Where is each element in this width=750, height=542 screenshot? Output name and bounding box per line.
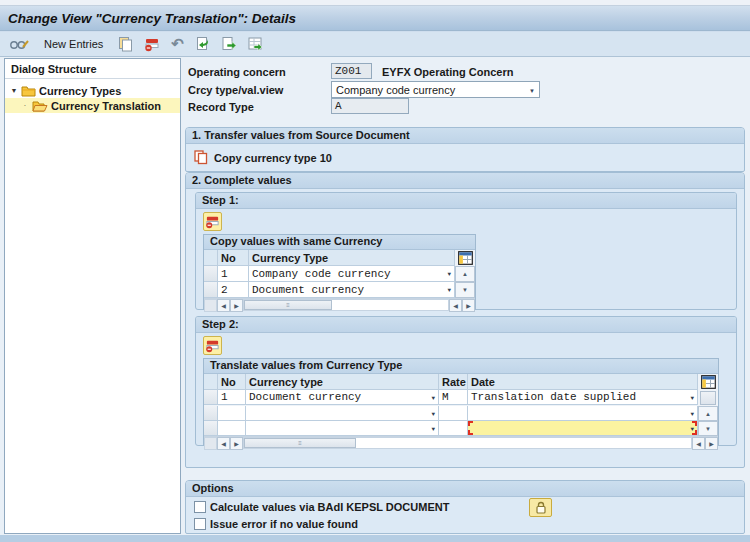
- vscroll-area[interactable]: [698, 390, 718, 406]
- scroll-right-button[interactable]: ▶: [462, 299, 475, 312]
- no-cell[interactable]: 2: [218, 282, 249, 298]
- scroll-thumb[interactable]: ≡: [244, 300, 332, 310]
- chevron-down-icon[interactable]: ▼: [431, 395, 435, 402]
- crcy-type-value: Company code currency: [336, 84, 455, 96]
- currency-type-cell[interactable]: Company code currency ▼: [249, 266, 455, 282]
- table-row: ▼ ▼ ▲: [204, 406, 718, 421]
- row-selector[interactable]: [204, 406, 218, 421]
- other-entry-button[interactable]: [244, 34, 267, 54]
- vscroll-thumb[interactable]: [700, 391, 716, 405]
- cell-value: Document currency: [252, 284, 364, 296]
- chevron-down-icon[interactable]: ▼: [529, 88, 535, 94]
- date-cell-focused[interactable]: ▼: [468, 421, 698, 436]
- chevron-down-icon[interactable]: ▼: [431, 411, 435, 418]
- sidebar-item-currency-translation[interactable]: · Currency Translation: [5, 98, 180, 113]
- rate-cell[interactable]: [439, 406, 468, 421]
- row-selector[interactable]: [204, 282, 218, 298]
- crcy-type-combobox[interactable]: Company code currency ▼: [331, 81, 540, 98]
- col-currency-type[interactable]: Currency type: [246, 374, 439, 390]
- col-rate[interactable]: Rate: [439, 374, 468, 390]
- no-cell[interactable]: [218, 406, 246, 421]
- scroll-right-button[interactable]: ▶: [230, 437, 243, 450]
- new-entries-button[interactable]: New Entries: [37, 34, 110, 54]
- scroll-right-button[interactable]: ▶: [230, 299, 243, 312]
- sidebar-item-currency-types[interactable]: ▼ Currency Types: [5, 83, 180, 98]
- cell-value: Company code currency: [252, 268, 391, 280]
- currency-type-cell[interactable]: Document currency ▼: [246, 390, 439, 405]
- currency-type-cell[interactable]: ▼: [246, 406, 439, 421]
- chevron-down-icon[interactable]: ▼: [690, 395, 694, 402]
- col-date[interactable]: Date: [468, 374, 698, 390]
- col-no[interactable]: No: [218, 374, 246, 390]
- options-title: Options: [186, 481, 744, 497]
- date-cell[interactable]: Translation date supplied ▼: [468, 390, 698, 405]
- date-cell[interactable]: ▼: [468, 406, 698, 421]
- table-settings-icon: [458, 251, 473, 265]
- step2-group: Step 2: Translate values from Currency T…: [195, 316, 737, 446]
- scroll-track[interactable]: ≡: [243, 299, 449, 311]
- no-cell[interactable]: 1: [218, 390, 246, 405]
- currency-type-cell[interactable]: Document currency ▼: [249, 282, 455, 298]
- step2-delete-row-button[interactable]: [203, 336, 222, 355]
- step1-table-title: Copy values with same Currency: [204, 235, 475, 250]
- page-arrow-down-icon: [195, 36, 210, 52]
- chevron-down-icon[interactable]: ▼: [447, 287, 451, 294]
- table-row: ▼ ▼ ▼: [204, 421, 718, 436]
- scroll-right-button[interactable]: ▶: [705, 437, 718, 450]
- rate-cell[interactable]: M: [439, 390, 468, 405]
- rate-cell[interactable]: [439, 421, 468, 436]
- option-issue-error[interactable]: Issue error if no value found: [194, 518, 358, 530]
- badi-lock-button[interactable]: [529, 498, 552, 517]
- scroll-left-button[interactable]: ◀: [692, 437, 705, 450]
- copy-as-button[interactable]: [115, 34, 136, 54]
- copy-currency-type-row[interactable]: Copy currency type 10: [194, 150, 332, 165]
- col-no[interactable]: No: [218, 250, 249, 266]
- scroll-track[interactable]: ≡: [243, 437, 692, 449]
- select-all-cell[interactable]: [204, 374, 218, 390]
- step2-title: Step 2:: [196, 317, 736, 333]
- vscroll-up[interactable]: ▲: [455, 266, 475, 282]
- step2-hscrollbar[interactable]: ◀ ▶ ≡ ◀ ▶: [204, 436, 718, 449]
- undo-change-button[interactable]: ↶: [168, 34, 187, 54]
- step1-hscrollbar[interactable]: ◀ ▶ ≡ ◀ ▶: [204, 298, 475, 311]
- table-settings-button[interactable]: [698, 374, 718, 390]
- display-change-button[interactable]: [6, 34, 32, 54]
- section-complete-values: 2. Complete values Step 1: Copy values w…: [185, 172, 745, 468]
- vscroll-down[interactable]: ▼: [698, 421, 718, 436]
- chevron-down-icon[interactable]: ▼: [690, 411, 694, 418]
- option-calc-badi[interactable]: Calculate values via BAdI KEPSL DOCUMENT: [194, 501, 449, 513]
- dialog-structure-panel: Dialog Structure ▼ Currency Types · Curr…: [4, 58, 181, 534]
- glasses-pencil-icon: [9, 36, 29, 52]
- no-cell[interactable]: 1: [218, 266, 249, 282]
- checkbox[interactable]: [194, 518, 206, 530]
- scroll-left-button[interactable]: ◀: [217, 437, 230, 450]
- scroll-left-button[interactable]: ◀: [449, 299, 462, 312]
- chevron-down-icon[interactable]: ▼: [447, 271, 451, 278]
- dialog-structure-header: Dialog Structure: [5, 59, 180, 79]
- page-grid-arrow-icon: [247, 36, 264, 52]
- scroll-left-button[interactable]: ◀: [217, 299, 230, 312]
- table-settings-button[interactable]: [455, 250, 475, 266]
- cell-value: Document currency: [249, 391, 361, 403]
- previous-entry-button[interactable]: [192, 34, 213, 54]
- vscroll-down[interactable]: ▼: [455, 282, 475, 298]
- operating-concern-field[interactable]: Z001: [331, 63, 372, 79]
- checkbox[interactable]: [194, 501, 206, 513]
- row-selector[interactable]: [204, 421, 218, 436]
- expander-icon[interactable]: ▼: [10, 87, 18, 94]
- currency-type-cell[interactable]: ▼: [246, 421, 439, 436]
- tree-item-label: Currency Types: [39, 85, 121, 97]
- delete-button[interactable]: [141, 34, 163, 54]
- row-selector[interactable]: [204, 390, 218, 405]
- chevron-down-icon[interactable]: ▼: [431, 426, 435, 433]
- col-currency-type[interactable]: Currency Type: [249, 250, 455, 266]
- select-all-cell[interactable]: [204, 250, 218, 266]
- vscroll-up[interactable]: ▲: [698, 406, 718, 421]
- step1-delete-row-button[interactable]: [203, 212, 222, 231]
- no-cell[interactable]: [218, 421, 246, 436]
- next-entry-button[interactable]: [218, 34, 239, 54]
- row-selector[interactable]: [204, 266, 218, 282]
- record-type-field[interactable]: A: [331, 98, 409, 114]
- scroll-thumb[interactable]: ≡: [244, 438, 356, 448]
- focus-corner-mark: [692, 421, 697, 426]
